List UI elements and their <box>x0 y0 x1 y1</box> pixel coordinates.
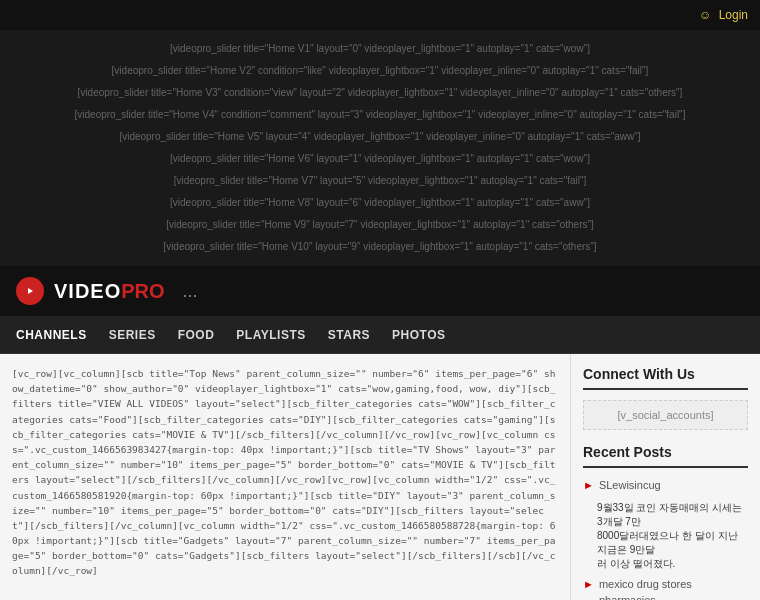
logo-icon <box>16 277 44 305</box>
code-line-4: [videopro_slider title="Home V4" conditi… <box>20 104 740 126</box>
post-korean-text: 9월33일 코인 자동매매의 시세는 3개달 7만8000달러대였으나 한 달이… <box>597 501 748 571</box>
nav-food[interactable]: FOOD <box>168 320 225 350</box>
code-line-5: [videopro_slider title="Home V5" layout=… <box>20 126 740 148</box>
top-bar: ☺ Login <box>0 0 760 30</box>
code-line-2: [videopro_slider title="Home V2" conditi… <box>20 60 740 82</box>
code-area: [videopro_slider title="Home V1" layout=… <box>0 30 760 266</box>
logo-dots: ... <box>183 281 198 302</box>
nav-playlists[interactable]: PLAYLISTS <box>226 320 315 350</box>
logo-pro: PRO <box>121 280 164 303</box>
user-icon: ☺ <box>699 8 711 22</box>
recent-posts-title: Recent Posts <box>583 444 748 468</box>
left-content: [vc_row][vc_column][scb title="Top News"… <box>0 354 570 600</box>
post-link-1[interactable]: SLewisincug <box>599 478 661 493</box>
nav-series[interactable]: SERIES <box>99 320 166 350</box>
nav-channels[interactable]: CHANNELS <box>6 320 97 350</box>
code-line-1: [videopro_slider title="Home V1" layout=… <box>20 38 740 60</box>
post-chevron-icon-1: ► <box>583 479 594 491</box>
nav-bar: CHANNELS SERIES FOOD PLAYLISTS STARS PHO… <box>0 316 760 354</box>
main-content: [vc_row][vc_column][scb title="Top News"… <box>0 354 760 600</box>
logo-text[interactable]: VIDEO PRO <box>54 280 165 303</box>
social-accounts: [v_social_accounts] <box>583 400 748 430</box>
content-code: [vc_row][vc_column][scb title="Top News"… <box>12 366 558 579</box>
recent-post-1[interactable]: ► SLewisincug <box>583 478 748 493</box>
post-link-2[interactable]: mexico drug stores pharmacies <box>599 577 748 600</box>
nav-stars[interactable]: STARS <box>318 320 380 350</box>
logo-video: VIDEO <box>54 280 121 303</box>
post-chevron-icon-2: ► <box>583 578 594 590</box>
code-line-7: [videopro_slider title="Home V7" layout=… <box>20 170 740 192</box>
recent-post-2[interactable]: ► mexico drug stores pharmacies <box>583 577 748 600</box>
right-sidebar: Connect With Us [v_social_accounts] Rece… <box>570 354 760 600</box>
code-line-3: [videopro_slider title="Home V3" conditi… <box>20 82 740 104</box>
nav-photos[interactable]: PHOTOS <box>382 320 455 350</box>
code-line-9: [videopro_slider title="Home V9" layout=… <box>20 214 740 236</box>
code-line-10: [videopro_slider title="Home V10" layout… <box>20 236 740 258</box>
connect-section-title: Connect With Us <box>583 366 748 390</box>
code-line-8: [videopro_slider title="Home V8" layout=… <box>20 192 740 214</box>
code-line-6: [videopro_slider title="Home V6" layout=… <box>20 148 740 170</box>
login-button[interactable]: ☺ Login <box>699 8 748 22</box>
logo-bar: VIDEO PRO ... <box>0 266 760 316</box>
